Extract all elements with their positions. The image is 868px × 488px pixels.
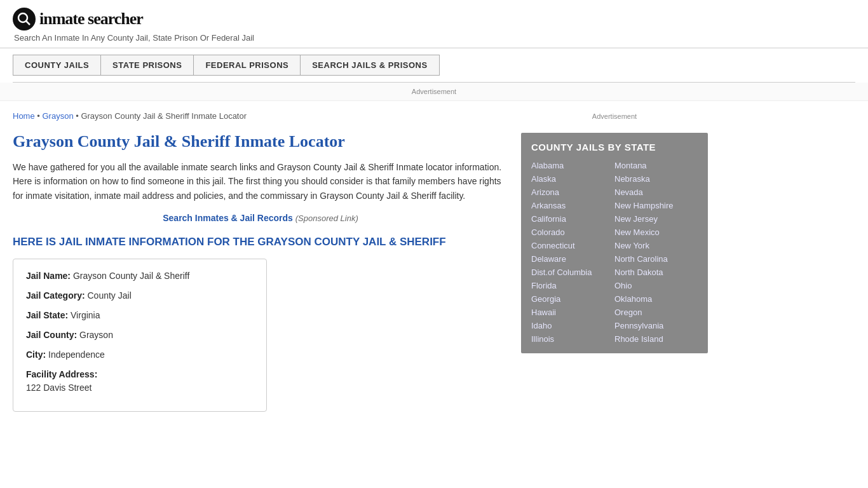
state-link-montana[interactable]: Montana: [614, 160, 698, 171]
jail-state-value: Virginia: [71, 310, 100, 320]
county-jails-by-state-box: COUNTY JAILS BY STATE AlabamaAlaskaArizo…: [521, 133, 708, 353]
facility-address-label: Facility Address:: [26, 369, 97, 379]
state-link-north-carolina[interactable]: North Carolina: [614, 254, 698, 264]
state-link-north-dakota[interactable]: North Dakota: [614, 267, 698, 278]
advertisement-bar: Advertisement: [0, 83, 868, 101]
sponsored-link-area: Search Inmates & Jail Records (Sponsored…: [13, 213, 508, 223]
state-link-nevada[interactable]: Nevada: [614, 187, 698, 198]
state-link-idaho[interactable]: Idaho: [531, 320, 614, 331]
city-label: City:: [26, 349, 46, 360]
state-columns: AlabamaAlaskaArizonaArkansasCaliforniaCo…: [531, 160, 698, 344]
jail-category-label: Jail Category:: [26, 290, 85, 301]
breadcrumb-current: Grayson County Jail & Sheriff Inmate Loc…: [81, 111, 247, 121]
site-logo-text[interactable]: inmate searcher: [39, 10, 143, 29]
facility-address-value: 122 Davis Street: [26, 381, 254, 395]
page-title: Grayson County Jail & Sheriff Inmate Loc…: [13, 132, 508, 151]
state-link-dist.of-columbia[interactable]: Dist.of Columbia: [531, 267, 614, 278]
sponsored-link-anchor[interactable]: Search Inmates & Jail Records: [163, 213, 293, 223]
sidebar-ad: Advertisement: [521, 107, 708, 125]
info-row-jail-category: Jail Category: County Jail: [26, 289, 254, 302]
state-link-connecticut[interactable]: Connecticut: [531, 240, 614, 251]
info-row-jail-name: Jail Name: Grayson County Jail & Sheriff: [26, 269, 254, 283]
state-link-new-hampshire[interactable]: New Hampshire: [614, 200, 698, 211]
jail-category-value: County Jail: [87, 290, 131, 301]
state-link-alabama[interactable]: Alabama: [531, 160, 614, 171]
city-value: Independence: [48, 349, 105, 360]
state-link-florida[interactable]: Florida: [531, 280, 614, 291]
info-row-city: City: Independence: [26, 348, 254, 362]
sponsored-label: (Sponsored Link): [295, 214, 358, 223]
state-link-california[interactable]: California: [531, 214, 614, 224]
state-link-delaware[interactable]: Delaware: [531, 254, 614, 264]
state-link-new-mexico[interactable]: New Mexico: [614, 227, 698, 238]
breadcrumb-home[interactable]: Home: [13, 111, 35, 121]
state-link-oklahoma[interactable]: Oklahoma: [614, 294, 698, 304]
state-link-hawaii[interactable]: Hawaii: [531, 307, 614, 318]
jail-county-label: Jail County:: [26, 330, 77, 340]
state-col-left: AlabamaAlaskaArizonaArkansasCaliforniaCo…: [531, 160, 614, 344]
state-link-arizona[interactable]: Arizona: [531, 187, 614, 198]
info-row-jail-county: Jail County: Grayson: [26, 329, 254, 342]
jail-state-label: Jail State:: [26, 310, 68, 320]
logo-area: inmate searcher: [13, 8, 855, 30]
state-link-colorado[interactable]: Colorado: [531, 227, 614, 238]
state-link-nebraska[interactable]: Nebraska: [614, 173, 698, 184]
state-link-new-york[interactable]: New York: [614, 240, 698, 251]
svg-point-0: [18, 13, 27, 22]
nav-federal-prisons[interactable]: FEDERAL PRISONS: [194, 55, 301, 76]
state-col-right: MontanaNebraskaNevadaNew HampshireNew Je…: [614, 160, 698, 344]
main-content: Home • Grayson • Grayson County Jail & S…: [0, 101, 521, 424]
state-box-title: COUNTY JAILS BY STATE: [531, 142, 698, 152]
state-link-pennsylvania[interactable]: Pennsylvania: [614, 320, 698, 331]
jail-name-label: Jail Name:: [26, 271, 71, 281]
info-row-jail-state: Jail State: Virginia: [26, 309, 254, 322]
info-card: Jail Name: Grayson County Jail & Sheriff…: [13, 259, 267, 412]
state-link-oregon[interactable]: Oregon: [614, 307, 698, 318]
info-row-facility-address: Facility Address: 122 Davis Street: [26, 368, 254, 395]
breadcrumb-parent[interactable]: Grayson: [42, 111, 73, 121]
section-heading: HERE IS JAIL INMATE INFORMATION FOR THE …: [13, 234, 508, 250]
nav-state-prisons[interactable]: STATE PRISONS: [101, 55, 194, 76]
header: inmate searcher Search An Inmate In Any …: [0, 0, 868, 48]
main-layout: Home • Grayson • Grayson County Jail & S…: [0, 101, 868, 424]
breadcrumb: Home • Grayson • Grayson County Jail & S…: [13, 111, 508, 121]
state-link-illinois[interactable]: Illinois: [531, 334, 614, 344]
state-link-new-jersey[interactable]: New Jersey: [614, 214, 698, 224]
state-link-alaska[interactable]: Alaska: [531, 173, 614, 184]
tagline: Search An Inmate In Any County Jail, Sta…: [14, 33, 855, 43]
state-link-ohio[interactable]: Ohio: [614, 280, 698, 291]
state-link-georgia[interactable]: Georgia: [531, 294, 614, 304]
nav-bar: COUNTY JAILS STATE PRISONS FEDERAL PRISO…: [0, 48, 868, 82]
nav-search-jails[interactable]: SEARCH JAILS & PRISONS: [301, 55, 439, 76]
state-link-arkansas[interactable]: Arkansas: [531, 200, 614, 211]
nav-county-jails[interactable]: COUNTY JAILS: [13, 55, 101, 76]
logo-text-span: inmate searcher: [39, 10, 143, 28]
jail-county-value: Grayson: [79, 330, 113, 340]
page-description: We have gathered for you all the availab…: [13, 160, 508, 203]
state-link-rhode-island[interactable]: Rhode Island: [614, 334, 698, 344]
jail-name-value: Grayson County Jail & Sheriff: [73, 271, 189, 281]
svg-line-1: [26, 21, 30, 25]
sidebar: Advertisement COUNTY JAILS BY STATE Alab…: [521, 101, 718, 424]
logo-icon: [13, 8, 36, 30]
